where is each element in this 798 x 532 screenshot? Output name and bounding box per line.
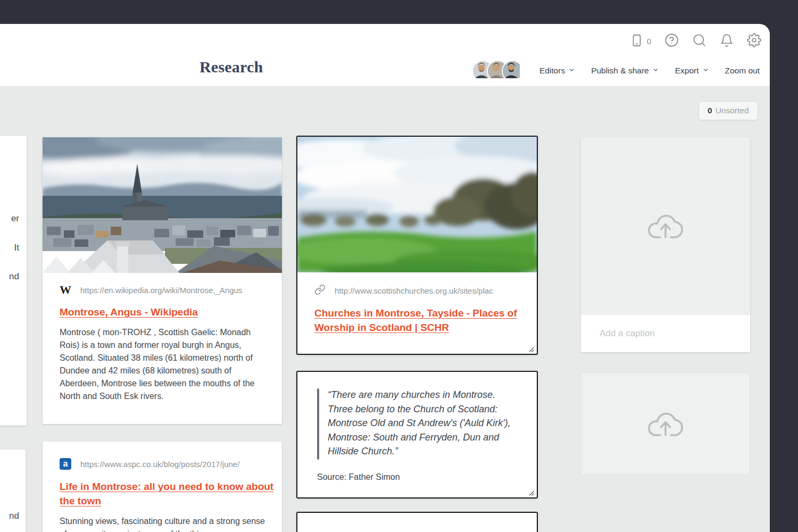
smartphone-icon <box>630 34 644 49</box>
link-title[interactable]: Churches in Montrose, Tayside - Places o… <box>314 306 520 335</box>
montrose-town-photo <box>43 137 282 273</box>
editor-avatars[interactable] <box>472 60 523 82</box>
page-title: Research <box>200 58 263 76</box>
cloud-upload-icon <box>645 406 686 442</box>
gear-icon <box>747 33 761 49</box>
editors-menu[interactable]: Editors <box>539 66 575 76</box>
wikipedia-favicon: W <box>60 284 71 296</box>
zoom-out-button[interactable]: Zoom out <box>725 66 760 76</box>
publish-share-menu[interactable]: Publish & share <box>591 66 659 76</box>
link-icon <box>314 284 326 297</box>
link-url: http://www.scottishchurches.org.uk/sites… <box>335 286 493 295</box>
clipped-text: nd <box>9 511 19 521</box>
cloud-upload-icon <box>645 209 686 244</box>
link-description: Stunning views, fascinating culture and … <box>60 515 272 532</box>
quote-card[interactable]: “There are many churches in Montrose. Th… <box>296 371 538 498</box>
help-icon <box>664 33 679 49</box>
bell-icon <box>720 34 734 49</box>
link-card-scottish-churches[interactable]: http://www.scottishchurches.org.uk/sites… <box>296 136 538 355</box>
header-menu-row: Editors Publish & share Export Zoom out <box>472 61 760 80</box>
search-icon <box>692 33 706 49</box>
clipped-text: nd <box>9 271 19 282</box>
link-title[interactable]: Montrose, Angus - Wikipedia <box>60 305 272 319</box>
unsorted-label: Unsorted <box>716 106 749 115</box>
image-upload-card-empty[interactable] <box>581 372 750 475</box>
blockquote-bar <box>317 388 319 460</box>
chevron-down-icon <box>702 66 709 76</box>
link-source-row: http://www.scottishchurches.org.uk/sites… <box>314 284 520 297</box>
partial-card-bottom[interactable] <box>296 512 538 532</box>
upload-dropzone[interactable] <box>581 137 750 315</box>
aspc-favicon: a <box>60 458 71 470</box>
export-menu[interactable]: Export <box>675 66 709 76</box>
device-count: 0 <box>647 37 651 46</box>
settings-button[interactable] <box>747 33 761 49</box>
editors-label: Editors <box>539 66 565 76</box>
clipped-text: er <box>11 213 19 224</box>
avatar <box>502 60 523 82</box>
zoom-out-label: Zoom out <box>725 66 760 76</box>
unsorted-count: 0 <box>708 106 712 115</box>
resize-handle[interactable] <box>528 345 535 352</box>
chevron-down-icon <box>568 66 575 76</box>
publish-share-label: Publish & share <box>591 66 649 76</box>
help-button[interactable] <box>664 33 679 49</box>
board-window: Research 0 <box>0 24 770 532</box>
link-source-row: a https://www.aspc.co.uk/blog/posts/2017… <box>60 458 265 470</box>
link-description: Montrose ( mon-TROHZ , Scottish Gaelic: … <box>60 326 272 403</box>
partial-text-card-bottom-left[interactable]: nd <box>0 450 26 532</box>
clipped-text: It <box>14 243 19 253</box>
link-url: https://www.aspc.co.uk/blog/posts/2017/j… <box>80 460 239 469</box>
image-upload-card[interactable] <box>581 137 750 352</box>
blurry-field-photo <box>297 137 537 272</box>
quote-text: “There are many churches in Montrose. Th… <box>328 388 515 459</box>
caption-input[interactable] <box>598 328 734 339</box>
unsorted-button[interactable]: 0 Unsorted <box>699 101 758 120</box>
link-url: https://en.wikipedia.org/wiki/Montrose,_… <box>80 286 242 295</box>
partial-text-card-left[interactable]: er It nd <box>0 136 27 426</box>
resize-handle[interactable] <box>528 489 535 495</box>
header-icon-toolbar: 0 <box>630 32 761 50</box>
notifications-button[interactable] <box>720 34 734 49</box>
search-button[interactable] <box>692 33 706 49</box>
export-label: Export <box>675 66 699 76</box>
board-header: Research 0 <box>0 24 770 87</box>
link-source-row: W https://en.wikipedia.org/wiki/Montrose… <box>60 284 265 296</box>
link-card-wikipedia-montrose[interactable]: W https://en.wikipedia.org/wiki/Montrose… <box>43 137 282 424</box>
caption-area <box>581 315 750 352</box>
chevron-down-icon <box>652 66 659 76</box>
mobile-devices-button[interactable]: 0 <box>630 34 651 49</box>
link-title[interactable]: Life in Montrose: all you need to know a… <box>60 479 279 508</box>
link-card-aspc-life-in-montrose[interactable]: a https://www.aspc.co.uk/blog/posts/2017… <box>43 442 282 532</box>
quote-source: Source: Father Simon <box>317 472 400 482</box>
